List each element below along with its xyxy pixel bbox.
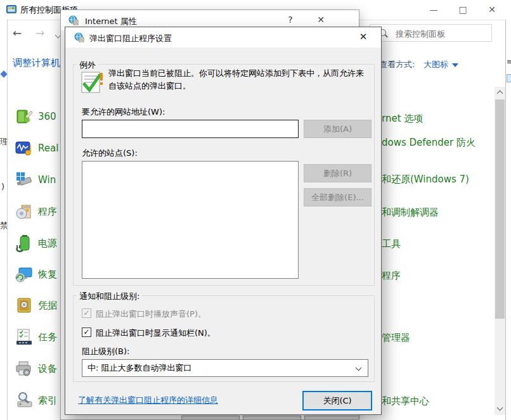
recovery-icon [15, 265, 33, 283]
item-label: 程序 [38, 203, 60, 220]
close-dialog-button[interactable]: 关闭(C) [302, 391, 372, 410]
show-notification-bar-checkbox[interactable] [82, 328, 91, 337]
search-box[interactable]: 搜索控制面板 [370, 24, 492, 42]
edge-fragment: ) [1, 182, 4, 191]
allowed-sites-listbox[interactable] [82, 161, 299, 279]
notifications-group-label: 通知和阻止级别: [77, 291, 142, 302]
remove-button[interactable]: 删除(R) [304, 164, 372, 182]
item-fragment-backup-restore[interactable]: 和还原(Windows 7) [382, 174, 469, 186]
scrollbar-thumb[interactable] [495, 99, 505, 319]
block-level-select[interactable]: 中: 阻止大多数自动弹出窗口 [82, 359, 368, 377]
edge-fragment: 理 [0, 136, 7, 148]
play-sound-label: 阻止弹出窗口时播放声音(P)。 [96, 309, 206, 320]
forward-arrow-icon[interactable]: → [36, 28, 44, 39]
scroll-down-icon[interactable] [497, 405, 503, 411]
exceptions-description: 弹出窗口当前已被阻止。你可以将特定网站添加到下表中，从而允许来自该站点的弹出窗口… [108, 67, 371, 92]
combo-chevron-icon [356, 365, 362, 371]
credential-manager-icon [15, 296, 33, 314]
popup-blocked-info-icon [81, 70, 105, 96]
scrollbar[interactable] [495, 87, 505, 415]
scroll-up-icon[interactable] [497, 91, 503, 97]
background-window-left-sliver: 理 ) 禁 [0, 20, 7, 420]
main-window-left-edge [7, 20, 8, 420]
popup-blocker-icon [74, 32, 84, 42]
internet-properties-title: Internet 属性 [85, 16, 137, 27]
play-sound-checkbox[interactable] [82, 309, 91, 318]
ok-button-sliver[interactable] [181, 416, 240, 419]
control-panel-app-icon [6, 4, 16, 15]
internet-properties-icon [68, 15, 79, 25]
360-cleaner-icon [15, 108, 33, 125]
diamond-icon [0, 70, 7, 77]
popup-blocker-titlebar: 弹出窗口阻止程序设置 ✕ [65, 27, 381, 48]
window-fragment-icon [507, 74, 511, 82]
view-by-label: 查看方式: [379, 59, 415, 70]
block-level-label: 阻止级别(B): [82, 346, 129, 357]
address-label: 要允许的网站地址(W): [82, 106, 165, 118]
item-label: Win [38, 171, 60, 189]
item-label: 任务 [38, 328, 60, 346]
popup-blocker-settings-dialog: 弹出窗口阻止程序设置 ✕ 例外 弹出窗口当前已被阻止。你可以将特定网站添加到下表… [65, 27, 382, 415]
view-by-dropdown[interactable]: 大图标 [424, 59, 458, 70]
programs-icon [15, 203, 33, 220]
dropdown-arrow-icon [452, 63, 458, 67]
back-arrow-icon[interactable]: ← [13, 28, 22, 39]
item-fragment-internet-options[interactable]: rnet 选项 [382, 113, 423, 125]
apply-button-sliver[interactable] [304, 416, 359, 419]
allowed-sites-label: 允许的站点(S): [82, 148, 138, 159]
task-scheduler-icon [15, 328, 33, 346]
item-fragment-programs[interactable]: 程序 [382, 270, 401, 282]
screen: 所有控制面板项 — □ ✕ 理 ) 禁 ≡≡ ← → 搜索控制面板 调整计算机的… [0, 0, 511, 420]
item-label: 360 [38, 108, 60, 125]
item-label: 电源 [38, 234, 60, 252]
block-level-value: 中: 阻止大多数自动弹出窗口 [87, 363, 192, 372]
windows-usb-icon [15, 171, 33, 189]
item-label: Real [38, 139, 60, 157]
cancel-button-sliver[interactable] [243, 416, 301, 419]
search-placeholder: 搜索控制面板 [396, 29, 445, 40]
address-input[interactable] [82, 120, 299, 138]
background-window-right-sliver: ≡≡ [506, 20, 511, 420]
item-label: 恢复 [38, 265, 60, 283]
hamburger-icon: ≡≡ [507, 58, 511, 66]
power-options-icon [15, 234, 33, 252]
maximize-button[interactable]: □ [448, 0, 477, 20]
item-fragment-device-manager[interactable]: 管理器 [382, 332, 410, 344]
learn-more-link[interactable]: 了解有关弹出窗口阻止程序的详细信息 [78, 395, 218, 406]
indexing-options-icon [15, 391, 33, 409]
add-button[interactable]: 添加(A) [304, 120, 372, 138]
item-fragment-admin-tools[interactable]: 工具 [382, 238, 401, 250]
close-button-main[interactable]: ✕ [477, 0, 507, 20]
main-window-right-edge [505, 20, 506, 420]
close-button-popup-blocker[interactable]: ✕ [351, 27, 376, 47]
item-fragment-defender-firewall[interactable]: dows Defender 防火 [382, 137, 475, 149]
devices-printers-icon [15, 360, 33, 378]
exceptions-group-label: 例外 [77, 60, 98, 71]
edge-fragment: 禁 [0, 220, 7, 231]
remove-all-button[interactable]: 全部删除(E)... [304, 188, 372, 207]
item-label: 索引 [38, 391, 60, 409]
item-fragment-network-sharing[interactable]: 和共享中心 [382, 395, 429, 407]
popup-blocker-title: 弹出窗口阻止程序设置 [89, 33, 172, 44]
item-label: 凭据 [38, 296, 60, 314]
item-label: 设备 [38, 360, 60, 378]
item-fragment-phone-modem[interactable]: 和调制解调器 [382, 207, 439, 219]
show-notification-bar-label: 阻止弹出窗口时显示通知栏(N)。 [96, 328, 216, 339]
minimize-button[interactable]: — [419, 0, 448, 20]
realtek-audio-icon [15, 139, 33, 157]
